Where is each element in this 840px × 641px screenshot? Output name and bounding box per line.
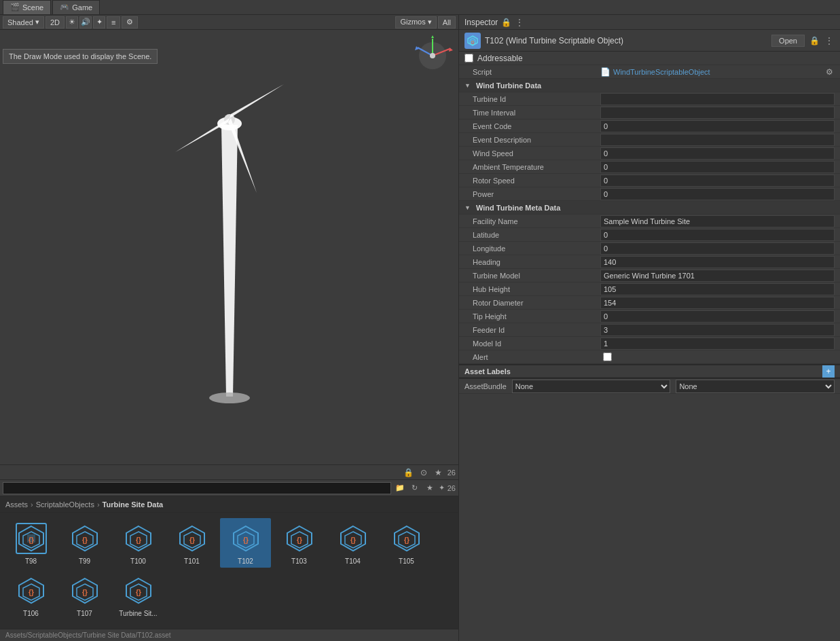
audio-btn[interactable]: 🔊 [79, 16, 92, 29]
svg-text:{}: {} [189, 536, 195, 544]
gizmos-btn[interactable]: Gizmos ▾ [395, 16, 436, 29]
inspector-menu-btn[interactable]: ⋮ [514, 17, 525, 28]
model-id-value[interactable]: 1 [600, 337, 835, 350]
asset-item-t107[interactable]: {} T107 [59, 570, 110, 620]
asset-item-t105[interactable]: {} T105 [381, 518, 432, 568]
asset-label-t106: T106 [23, 610, 39, 617]
svg-text:{}: {} [82, 536, 88, 544]
asset-labels-btn[interactable]: + [822, 365, 835, 378]
asset-item-t101[interactable]: {} T101 [166, 518, 217, 568]
open-button[interactable]: Open [771, 35, 805, 47]
assets-folder-icon-btn[interactable]: 📁 [394, 482, 406, 494]
assets-lock-btn[interactable]: 🔒 [403, 466, 415, 479]
asset-item-t104[interactable]: {} T104 [327, 518, 378, 568]
scene-tab[interactable]: 🎬 Scene [3, 0, 51, 15]
svg-text:{}: {} [82, 589, 88, 596]
svg-text:{}: {} [350, 536, 356, 544]
asset-bundle-select2[interactable]: None [676, 380, 835, 393]
scene-gizmo[interactable] [412, 35, 453, 76]
rotor-speed-value[interactable]: 0 [600, 175, 835, 187]
scene-viewport[interactable]: The Draw Mode used to display the Scene. [0, 30, 458, 464]
asset-label-t104: T104 [345, 557, 361, 565]
svg-text:{}: {} [136, 589, 141, 596]
svg-marker-13 [175, 118, 230, 152]
game-tab-icon: 🎮 [60, 3, 69, 12]
asset-item-t103[interactable]: {} T103 [274, 518, 325, 568]
asset-labels-section: Asset Labels + [459, 364, 840, 378]
2d-btn[interactable]: 2D [45, 16, 65, 29]
assets-star-btn[interactable]: ★ [433, 466, 445, 479]
power-row: Power 0 [459, 187, 840, 201]
asset-item-t106[interactable]: {} T106 [5, 570, 56, 620]
wind-turbine-data-label: Wind Turbine Data [473, 81, 609, 90]
ambient-temp-value[interactable]: 0 [600, 161, 835, 173]
scene-container: Shaded ▾ 2D ☀ 🔊 ✦ ≡ ⚙ Gizmos ▾ [0, 15, 458, 464]
addressable-checkbox[interactable] [464, 54, 473, 62]
hidden-btn[interactable]: ≡ [107, 16, 120, 29]
turbine-model-value[interactable]: Generic Wind Turbine 1701 [600, 270, 835, 282]
power-value[interactable]: 0 [600, 188, 835, 200]
inspector-lock-btn2[interactable]: 🔒 [809, 35, 820, 46]
addressable-row: Addressable [459, 52, 840, 65]
asset-item-t98[interactable]: {} T98 [5, 518, 56, 568]
time-interval-value[interactable] [600, 107, 835, 119]
script-label: Script [464, 68, 600, 76]
main-area: Shaded ▾ 2D ☀ 🔊 ✦ ≡ ⚙ Gizmos ▾ [0, 15, 840, 641]
tip-height-value[interactable]: 0 [600, 310, 835, 323]
svg-marker-12 [230, 84, 284, 118]
turbine-id-row: Turbine Id [459, 92, 840, 106]
script-settings-btn[interactable]: ⚙ [824, 67, 835, 77]
heading-value[interactable]: 140 [600, 256, 835, 268]
asset-item-t100[interactable]: {} T100 [113, 518, 164, 568]
asset-label-t103: T103 [291, 557, 307, 565]
event-description-row: Event Description [459, 133, 840, 147]
alert-checkbox[interactable] [603, 352, 612, 361]
turbine-id-value[interactable] [600, 93, 835, 105]
effects-btn[interactable]: ✦ [93, 16, 105, 29]
ambient-temp-row: Ambient Temperature 0 [459, 160, 840, 174]
event-description-value[interactable] [600, 134, 835, 146]
wind-turbine-data-section[interactable]: ▼ Wind Turbine Data [459, 79, 840, 92]
assets-bottom-bar: Assets/ScriptableObjects/Turbine Site Da… [0, 629, 458, 641]
2d-label: 2D [50, 18, 60, 26]
assets-bookmark-btn[interactable]: ★ [424, 482, 436, 494]
game-tab[interactable]: 🎮 Game [52, 0, 100, 15]
scene-tab-icon: 🎬 [10, 3, 20, 12]
game-tab-label: Game [72, 3, 92, 12]
script-row: Script 📄 WindTurbineScriptableObject ⚙ [459, 65, 840, 79]
breadcrumb-turbinesitedata[interactable]: Turbine Site Data [103, 500, 164, 509]
assets-toolbar: 🔒 ⊙ ★ 26 [0, 465, 458, 480]
feeder-id-value[interactable]: 3 [600, 324, 835, 336]
inspector-body: Addressable Script 📄 WindTurbineScriptab… [459, 52, 840, 641]
longitude-value[interactable]: 0 [600, 242, 835, 255]
model-id-row: Model Id 1 [459, 337, 840, 350]
assets-refresh-btn[interactable]: ↻ [409, 482, 421, 494]
asset-bundle-row: AssetBundle None None [459, 378, 840, 394]
asset-label-t100: T100 [130, 557, 146, 565]
asset-item-turbinesit[interactable]: {} Turbine Sit... [113, 570, 164, 620]
assets-eye-btn[interactable]: ⊙ [418, 466, 430, 479]
rotor-diameter-value[interactable]: 154 [600, 297, 835, 309]
assets-path: Assets/ScriptableObjects/Turbine Site Da… [5, 631, 171, 639]
light-btn[interactable]: ☀ [66, 16, 78, 29]
inspector-lock-btn[interactable]: 🔒 [500, 17, 511, 28]
shaded-btn[interactable]: Shaded ▾ [3, 16, 44, 29]
asset-item-t102[interactable]: {} T102 [220, 518, 271, 568]
breadcrumb-scriptableobjects[interactable]: ScriptableObjects [36, 500, 94, 509]
facility-name-value[interactable]: Sample Wind Turbine Site [600, 215, 835, 227]
alert-row: Alert [459, 350, 840, 364]
asset-item-t99[interactable]: {} T99 [59, 518, 110, 568]
asset-bundle-select1[interactable]: None [512, 380, 671, 393]
assets-search-input[interactable] [3, 482, 391, 494]
tools-btn[interactable]: ⚙ [122, 16, 138, 29]
wind-speed-value[interactable]: 0 [600, 147, 835, 160]
hub-height-value[interactable]: 105 [600, 283, 835, 295]
inspector-more-btn[interactable]: ⋮ [824, 35, 835, 46]
all-search-btn[interactable]: All [438, 16, 456, 29]
wind-turbine-meta-data-section[interactable]: ▼ Wind Turbine Meta Data [459, 201, 840, 215]
breadcrumb-assets[interactable]: Assets [5, 500, 28, 509]
event-code-value[interactable]: 0 [600, 120, 835, 132]
latitude-value[interactable]: 0 [600, 229, 835, 241]
inspector-title: Inspector [464, 18, 498, 27]
object-name: T102 (Wind Turbine Scriptable Object) [485, 36, 767, 45]
